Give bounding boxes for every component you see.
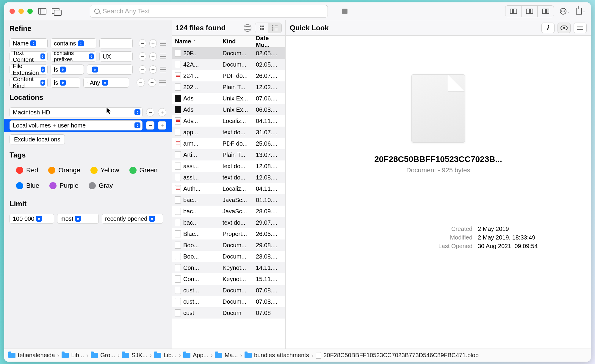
- path-segment[interactable]: Gro...: [91, 352, 115, 359]
- add-filter-button[interactable]: +: [148, 78, 156, 87]
- table-row[interactable]: AdsUnix Ex...06.08....: [172, 104, 285, 115]
- zoom-window-icon[interactable]: [27, 9, 33, 14]
- path-segment[interactable]: tetianaleheida: [8, 352, 55, 359]
- remove-filter-button[interactable]: −: [139, 52, 146, 61]
- table-row[interactable]: app...text do...31.07....: [172, 127, 285, 138]
- remove-location-button[interactable]: −: [146, 108, 154, 116]
- search-input[interactable]: [103, 7, 323, 15]
- table-row[interactable]: arm...PDF do...25.06....: [172, 138, 285, 149]
- list-view-button[interactable]: [268, 23, 281, 33]
- location-select[interactable]: Local volumes + user home: [10, 120, 143, 130]
- path-segment[interactable]: Ma...: [215, 352, 238, 359]
- path-segment[interactable]: SJK...: [122, 352, 147, 359]
- table-row[interactable]: assi...text do...12.08....: [172, 172, 285, 183]
- limit-qualifier-select[interactable]: most: [57, 214, 99, 224]
- file-list[interactable]: 20F...Docum...02.05....42A...Docum...02.…: [172, 48, 285, 349]
- filter-op-select[interactable]: is: [51, 64, 84, 75]
- stop-icon[interactable]: [342, 9, 347, 14]
- file-icon: [175, 72, 181, 79]
- table-row[interactable]: 224....PDF do...26.07....: [172, 70, 285, 81]
- table-row[interactable]: Boo...Docum...29.08....: [172, 239, 285, 251]
- filter-field-select[interactable]: File Extension: [10, 64, 48, 75]
- add-location-button[interactable]: +: [158, 121, 166, 130]
- tag-gray[interactable]: Gray: [89, 182, 113, 190]
- panel-right-button[interactable]: [538, 6, 554, 17]
- path-segment[interactable]: App...: [183, 352, 208, 359]
- location-select[interactable]: Macintosh HD: [10, 107, 143, 117]
- path-segment[interactable]: bundles attachments: [245, 352, 309, 359]
- panel-left-button[interactable]: [505, 6, 522, 17]
- add-filter-button[interactable]: +: [149, 65, 157, 74]
- table-row[interactable]: Arti...Plain T...13.07....: [172, 149, 285, 160]
- panel-center-button[interactable]: [522, 6, 538, 17]
- path-file[interactable]: 20F28C50BBFF10523CC7023B773D546C89FBC471…: [316, 352, 478, 359]
- filter-value-input[interactable]: [99, 51, 133, 62]
- filter-field-select[interactable]: Name: [10, 38, 48, 48]
- filter-value-input[interactable]: [99, 38, 133, 48]
- path-bar[interactable]: tetianaleheida›Lib...›Gro...›SJK...›Lib.…: [4, 349, 591, 362]
- table-row[interactable]: Con...Keynot...14.11....: [172, 262, 285, 273]
- table-row[interactable]: Boo...Docum...23.08....: [172, 251, 285, 262]
- add-location-button[interactable]: +: [158, 108, 166, 116]
- remove-filter-button[interactable]: −: [139, 65, 146, 74]
- table-row[interactable]: Auth...Localiz...04.11....: [172, 183, 285, 194]
- filter-op-select[interactable]: contains: [51, 38, 96, 48]
- tag-purple[interactable]: Purple: [49, 182, 79, 190]
- filter-op-select[interactable]: contains prefixes: [51, 51, 96, 62]
- table-row[interactable]: bac...JavaSc...28.09....: [172, 206, 285, 217]
- table-row[interactable]: 202...Plain T...12.02....: [172, 81, 285, 93]
- tag-orange[interactable]: Orange: [48, 166, 80, 174]
- table-row[interactable]: custDocum07.08: [172, 307, 285, 319]
- windows-icon[interactable]: [52, 8, 61, 15]
- table-row[interactable]: cust...Docum...07.08....: [172, 296, 285, 307]
- tag-yellow[interactable]: Yellow: [90, 166, 119, 174]
- table-row[interactable]: Adv...Localiz...04.11....: [172, 115, 285, 127]
- add-filter-button[interactable]: +: [149, 39, 157, 48]
- filter-op-select[interactable]: is: [51, 78, 80, 88]
- close-window-icon[interactable]: [10, 9, 15, 14]
- limit-by-select[interactable]: recently opened: [102, 214, 163, 224]
- details-button[interactable]: [574, 23, 587, 33]
- filter-field-select[interactable]: Text Content: [10, 51, 48, 62]
- remove-filter-button[interactable]: −: [139, 39, 146, 48]
- table-row[interactable]: Con...Keynot...15.11....: [172, 273, 285, 285]
- table-row[interactable]: 42A...Docum...02.05....: [172, 59, 285, 70]
- toggle-sidebar-icon[interactable]: [38, 8, 46, 15]
- limit-count-select[interactable]: 100 000: [10, 214, 54, 224]
- add-filter-button[interactable]: +: [149, 52, 157, 61]
- grid-view-button[interactable]: [255, 23, 268, 33]
- filter-field-select[interactable]: Content Kind: [10, 78, 48, 88]
- file-icon: [175, 129, 181, 136]
- reorder-icon[interactable]: [159, 80, 166, 85]
- reorder-icon[interactable]: [160, 54, 166, 59]
- column-kind[interactable]: Kind: [220, 38, 253, 45]
- filter-value-select[interactable]: [87, 64, 133, 75]
- path-segment[interactable]: Lib...: [154, 352, 176, 359]
- filter-value-select[interactable]: - Any: [83, 78, 129, 88]
- search-field[interactable]: [90, 5, 328, 18]
- table-row[interactable]: Blac...Propert...26.05....: [172, 228, 285, 239]
- more-menu[interactable]: •••⌄: [560, 8, 570, 15]
- table-row[interactable]: bac...text do...29.07....: [172, 217, 285, 228]
- table-row[interactable]: bac...JavaSc...01.10....: [172, 194, 285, 206]
- remove-location-button[interactable]: −: [146, 121, 154, 130]
- reorder-icon[interactable]: [160, 67, 166, 72]
- filter-results-icon[interactable]: [244, 24, 251, 32]
- share-menu[interactable]: ⌄: [576, 8, 585, 15]
- remove-filter-button[interactable]: −: [137, 78, 145, 87]
- preview-button[interactable]: [558, 23, 571, 33]
- table-row[interactable]: 20F...Docum...02.05....: [172, 48, 285, 59]
- tag-red[interactable]: Red: [16, 166, 38, 174]
- reorder-icon[interactable]: [160, 41, 166, 46]
- table-row[interactable]: cust...Docum...07.08....: [172, 285, 285, 296]
- table-row[interactable]: assi...text do...12.08....: [172, 160, 285, 172]
- column-date[interactable]: Date Mo...: [253, 35, 285, 48]
- path-segment[interactable]: Lib...: [62, 352, 84, 359]
- tag-green[interactable]: Green: [129, 166, 158, 174]
- exclude-locations-button[interactable]: Exclude locations: [10, 134, 65, 144]
- tag-blue[interactable]: Blue: [16, 182, 39, 190]
- table-row[interactable]: AdsUnix Ex...07.06....: [172, 93, 285, 104]
- minimize-window-icon[interactable]: [18, 9, 24, 14]
- column-name[interactable]: Name⌃: [172, 38, 220, 45]
- info-button[interactable]: i: [541, 23, 555, 33]
